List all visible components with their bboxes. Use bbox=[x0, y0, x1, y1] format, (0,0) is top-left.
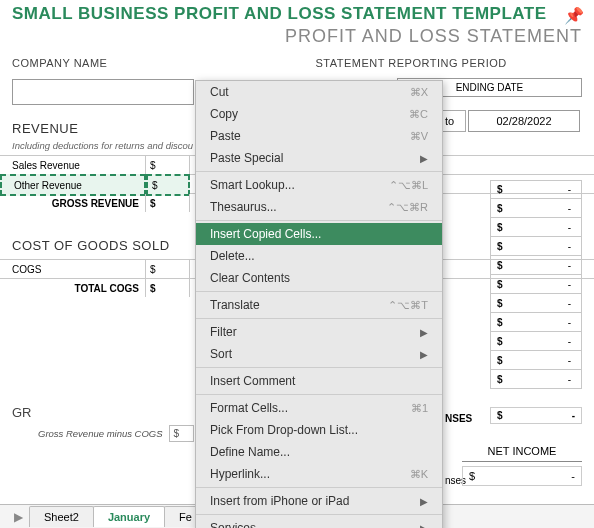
amount-cell[interactable]: $- bbox=[490, 294, 582, 313]
amount-value: - bbox=[509, 260, 581, 271]
menu-item[interactable]: Insert Copied Cells... bbox=[196, 223, 442, 245]
menu-item[interactable]: Define Name... bbox=[196, 441, 442, 463]
menu-item[interactable]: Hyperlink...⌘K bbox=[196, 463, 442, 485]
nses-value-2[interactable]: $ - bbox=[490, 407, 582, 424]
amount-cell[interactable]: $- bbox=[490, 313, 582, 332]
menu-item-label: Paste Special bbox=[210, 151, 283, 165]
menu-item[interactable]: Thesaurus...⌃⌥⌘R bbox=[196, 196, 442, 218]
nses2-value: - bbox=[572, 410, 575, 421]
context-menu: Cut⌘XCopy⌘CPaste⌘VPaste Special▶Smart Lo… bbox=[195, 80, 443, 528]
menu-item[interactable]: Translate⌃⌥⌘T bbox=[196, 294, 442, 316]
chevron-right-icon: ▶ bbox=[420, 349, 428, 360]
company-label: COMPANY NAME bbox=[12, 57, 107, 79]
currency-cell[interactable]: $ bbox=[146, 279, 190, 297]
page-subtitle: PROFIT AND LOSS STATEMENT bbox=[0, 26, 594, 57]
currency-symbol: $ bbox=[491, 374, 509, 385]
net-income-cell[interactable]: $ - bbox=[462, 466, 582, 486]
company-input[interactable] bbox=[12, 79, 194, 105]
menu-item-label: Cut bbox=[210, 85, 229, 99]
menu-separator bbox=[196, 514, 442, 515]
amount-value: - bbox=[509, 222, 581, 233]
amount-value: - bbox=[509, 355, 581, 366]
amount-value: - bbox=[509, 374, 581, 385]
gross-sub-label: Gross Revenue minus COGS bbox=[38, 428, 163, 439]
menu-item[interactable]: Delete... bbox=[196, 245, 442, 267]
currency-cell[interactable]: $ bbox=[146, 156, 190, 174]
currency-cell[interactable]: $ bbox=[146, 260, 190, 278]
amount-cell[interactable]: $- bbox=[490, 199, 582, 218]
menu-shortcut: ⌃⌥⌘R bbox=[387, 201, 428, 214]
amount-cell[interactable]: $- bbox=[490, 332, 582, 351]
amount-cell[interactable]: $- bbox=[490, 256, 582, 275]
menu-shortcut: ⌘C bbox=[409, 108, 428, 121]
menu-item-label: Copy bbox=[210, 107, 238, 121]
currency-symbol: $ bbox=[491, 317, 509, 328]
menu-item[interactable]: Insert Comment bbox=[196, 370, 442, 392]
menu-item[interactable]: Paste⌘V bbox=[196, 125, 442, 147]
amount-cell[interactable]: $- bbox=[490, 218, 582, 237]
menu-separator bbox=[196, 394, 442, 395]
menu-separator bbox=[196, 171, 442, 172]
menu-item[interactable]: Sort▶ bbox=[196, 343, 442, 365]
pin-icon[interactable]: 📌 bbox=[564, 6, 584, 25]
menu-shortcut: ⌃⌥⌘L bbox=[389, 179, 428, 192]
menu-item-label: Paste bbox=[210, 129, 241, 143]
amount-value: - bbox=[509, 298, 581, 309]
amount-cell[interactable]: $- bbox=[490, 275, 582, 294]
currency-symbol: $ bbox=[491, 260, 509, 271]
menu-item[interactable]: Clear Contents bbox=[196, 267, 442, 289]
amount-cell[interactable]: $- bbox=[490, 180, 582, 199]
menu-item[interactable]: Copy⌘C bbox=[196, 103, 442, 125]
menu-item-label: Define Name... bbox=[210, 445, 290, 459]
menu-separator bbox=[196, 487, 442, 488]
menu-item-label: Services bbox=[210, 521, 256, 528]
amount-cell[interactable]: $- bbox=[490, 370, 582, 389]
menu-item-label: Insert from iPhone or iPad bbox=[210, 494, 349, 508]
currency-symbol: $ bbox=[491, 203, 509, 214]
amount-value: - bbox=[509, 279, 581, 290]
menu-item-label: Delete... bbox=[210, 249, 255, 263]
menu-shortcut: ⌘X bbox=[410, 86, 428, 99]
tab-nav-icon[interactable]: ▶ bbox=[8, 510, 29, 524]
row-label: Sales Revenue bbox=[0, 156, 146, 174]
amount-cell[interactable]: $- bbox=[490, 237, 582, 256]
menu-item-label: Thesaurus... bbox=[210, 200, 277, 214]
row-label: GROSS REVENUE bbox=[0, 194, 146, 212]
ending-date-value[interactable]: 02/28/2022 bbox=[468, 110, 580, 132]
menu-item[interactable]: Pick From Drop-down List... bbox=[196, 419, 442, 441]
page-title: SMALL BUSINESS PROFIT AND LOSS STATEMENT… bbox=[12, 4, 582, 24]
currency-symbol: $ bbox=[491, 222, 509, 233]
menu-item-label: Clear Contents bbox=[210, 271, 290, 285]
menu-item-label: Sort bbox=[210, 347, 232, 361]
amount-cell[interactable]: $- bbox=[490, 351, 582, 370]
menu-item[interactable]: Smart Lookup...⌃⌥⌘L bbox=[196, 174, 442, 196]
menu-item[interactable]: Paste Special▶ bbox=[196, 147, 442, 169]
menu-shortcut: ⌘1 bbox=[411, 402, 428, 415]
currency-symbol: $ bbox=[491, 184, 509, 195]
row-label: COGS bbox=[0, 260, 146, 278]
sheet-tab[interactable]: Sheet2 bbox=[29, 506, 94, 527]
currency-symbol: $ bbox=[469, 470, 475, 482]
net-income-header: NET INCOME bbox=[462, 441, 582, 462]
nses-label-2: NSES bbox=[445, 413, 472, 424]
menu-item[interactable]: Filter▶ bbox=[196, 321, 442, 343]
row-label: TOTAL COGS bbox=[0, 279, 146, 297]
currency-cell[interactable]: $ bbox=[146, 194, 190, 212]
menu-item[interactable]: Services▶ bbox=[196, 517, 442, 528]
amount-value: - bbox=[509, 184, 581, 195]
currency-cell[interactable]: $ bbox=[146, 174, 190, 196]
row-label: Other Revenue bbox=[0, 174, 146, 196]
menu-item-label: Translate bbox=[210, 298, 260, 312]
menu-item[interactable]: Format Cells...⌘1 bbox=[196, 397, 442, 419]
currency-symbol: $ bbox=[497, 410, 503, 421]
menu-item[interactable]: Cut⌘X bbox=[196, 81, 442, 103]
chevron-right-icon: ▶ bbox=[420, 496, 428, 507]
menu-item-label: Smart Lookup... bbox=[210, 178, 295, 192]
amount-value: - bbox=[509, 336, 581, 347]
gross-mini-cell[interactable]: $ bbox=[169, 425, 195, 442]
chevron-right-icon: ▶ bbox=[420, 523, 428, 529]
menu-item-label: Filter bbox=[210, 325, 237, 339]
sheet-tab[interactable]: January bbox=[93, 506, 165, 527]
statement-period-label: STATEMENT REPORTING PERIOD bbox=[315, 57, 506, 79]
menu-item[interactable]: Insert from iPhone or iPad▶ bbox=[196, 490, 442, 512]
